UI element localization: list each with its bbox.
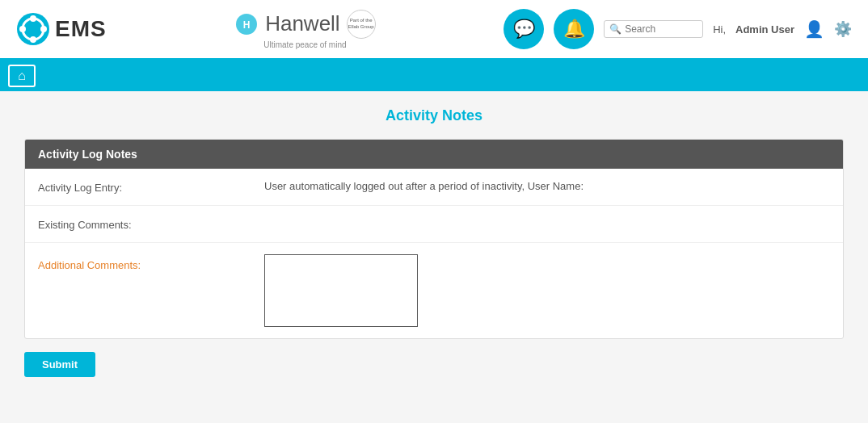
bell-icon: 🔔 [563, 19, 585, 40]
header-center: H Hanwell Part of theEllab Group Ultimat… [107, 10, 504, 49]
hanwell-icon: H [234, 12, 259, 36]
svg-point-4 [19, 26, 26, 32]
hanwell-logo: H Hanwell Part of theEllab Group Ultimat… [234, 10, 376, 49]
notifications-button[interactable]: 🔔 [554, 9, 594, 49]
activity-log-label: Activity Log Entry: [38, 180, 264, 194]
hanwell-name: Hanwell [265, 11, 340, 36]
activity-log-card: Activity Log Notes Activity Log Entry: U… [24, 139, 844, 339]
ems-icon [16, 12, 50, 46]
username-label: Admin User [735, 23, 794, 36]
chat-button[interactable]: 💬 [504, 9, 544, 49]
additional-comments-textarea[interactable] [264, 254, 418, 327]
activity-log-value: User automatically logged out after a pe… [264, 180, 830, 192]
activity-log-entry-row: Activity Log Entry: User automatically l… [25, 169, 843, 206]
hanwell-tagline: Ultimate peace of mind [263, 40, 346, 49]
ems-logo: EMS [16, 12, 107, 46]
existing-comments-label: Existing Comments: [38, 217, 264, 231]
card-body: Activity Log Entry: User automatically l… [25, 169, 843, 338]
ems-text: EMS [55, 16, 107, 42]
user-profile-icon[interactable]: 👤 [804, 19, 824, 39]
home-icon: ⌂ [18, 69, 26, 83]
page-content: Activity Notes Activity Log Notes Activi… [0, 91, 868, 423]
svg-text:H: H [243, 19, 251, 31]
svg-point-3 [30, 36, 36, 43]
chat-icon: 💬 [513, 19, 535, 40]
settings-icon[interactable]: ⚙️ [834, 20, 852, 38]
card-header: Activity Log Notes [25, 140, 843, 169]
existing-comments-row: Existing Comments: [25, 206, 843, 243]
hi-label: Hi, [713, 23, 726, 36]
search-icon: 🔍 [609, 23, 622, 35]
header-right: 💬 🔔 🔍 Hi, Admin User 👤 ⚙️ [504, 9, 852, 49]
search-container: 🔍 [604, 20, 703, 38]
page-title: Activity Notes [24, 107, 844, 124]
svg-point-5 [40, 26, 47, 32]
search-input[interactable] [625, 23, 697, 35]
navbar: ⌂ [0, 61, 868, 91]
additional-comments-label: Additional Comments: [38, 254, 264, 271]
app-header: EMS H Hanwell Part of theEllab Group Ult… [0, 0, 868, 61]
additional-comments-row: Additional Comments: [25, 243, 843, 338]
submit-button[interactable]: Submit [24, 352, 95, 377]
ellab-badge: Part of theEllab Group [347, 10, 376, 39]
home-button[interactable]: ⌂ [8, 65, 36, 87]
svg-point-2 [30, 15, 36, 22]
